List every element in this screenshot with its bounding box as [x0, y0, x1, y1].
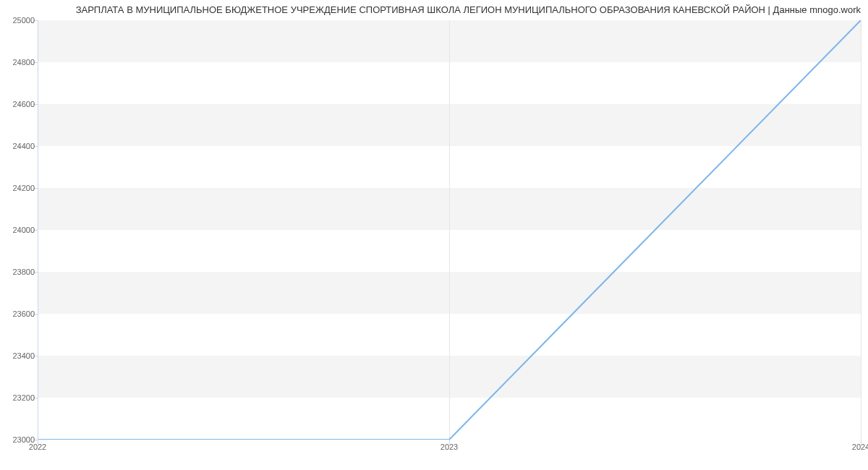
y-tick-label: 23800	[3, 268, 35, 276]
y-tick-label: 24800	[3, 58, 35, 67]
chart-title: ЗАРПЛАТА В МУНИЦИПАЛЬНОЕ БЮДЖЕТНОЕ УЧРЕЖ…	[0, 4, 861, 15]
y-tick-label: 23400	[3, 351, 35, 360]
x-tick-label: 2024	[852, 443, 868, 451]
y-tick-label: 25000	[3, 16, 35, 25]
grid-line-vertical	[449, 20, 450, 440]
y-tick-label: 23600	[3, 309, 35, 318]
y-tick-label: 24400	[3, 142, 35, 150]
x-tick-label: 2022	[29, 443, 46, 451]
y-axis-line	[38, 20, 38, 440]
grid-line-vertical	[861, 20, 861, 440]
y-tick-label: 24000	[3, 226, 35, 234]
x-tick-label: 2023	[441, 443, 458, 451]
chart-container: ЗАРПЛАТА В МУНИЦИПАЛЬНОЕ БЮДЖЕТНОЕ УЧРЕЖ…	[0, 0, 868, 470]
plot-area	[38, 20, 861, 440]
y-tick-label: 24200	[3, 184, 35, 192]
y-tick-label: 23200	[3, 393, 35, 402]
y-tick-label: 24600	[3, 100, 35, 108]
